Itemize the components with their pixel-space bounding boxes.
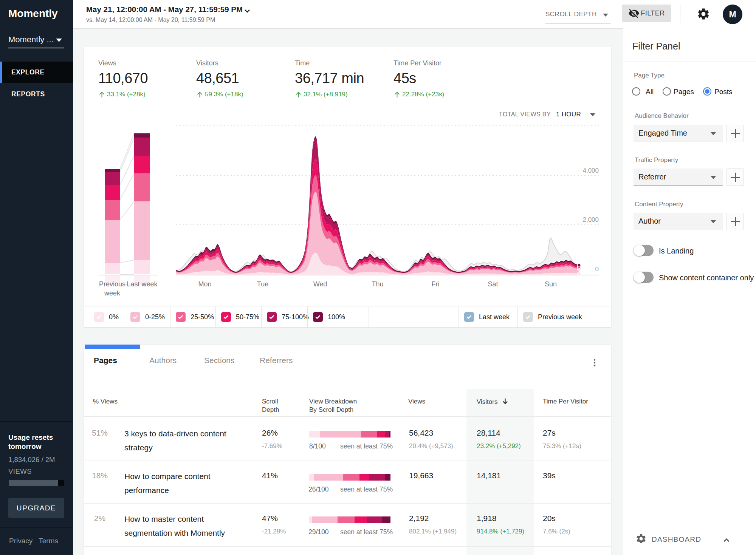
svg-text:4,000: 4,000 bbox=[582, 167, 599, 174]
svg-text:Wed: Wed bbox=[313, 280, 327, 288]
svg-text:Sun: Sun bbox=[545, 280, 557, 288]
svg-text:Tue: Tue bbox=[257, 280, 268, 288]
svg-text:Mon: Mon bbox=[198, 280, 211, 288]
svg-text:Previous: Previous bbox=[99, 280, 125, 288]
svg-text:Thu: Thu bbox=[372, 280, 383, 288]
svg-text:week: week bbox=[104, 289, 121, 297]
svg-text:Fri: Fri bbox=[432, 280, 440, 288]
svg-text:2,000: 2,000 bbox=[582, 216, 599, 223]
svg-text:Sat: Sat bbox=[488, 280, 498, 288]
svg-text:Last week: Last week bbox=[127, 280, 158, 288]
svg-text:0: 0 bbox=[595, 266, 599, 273]
